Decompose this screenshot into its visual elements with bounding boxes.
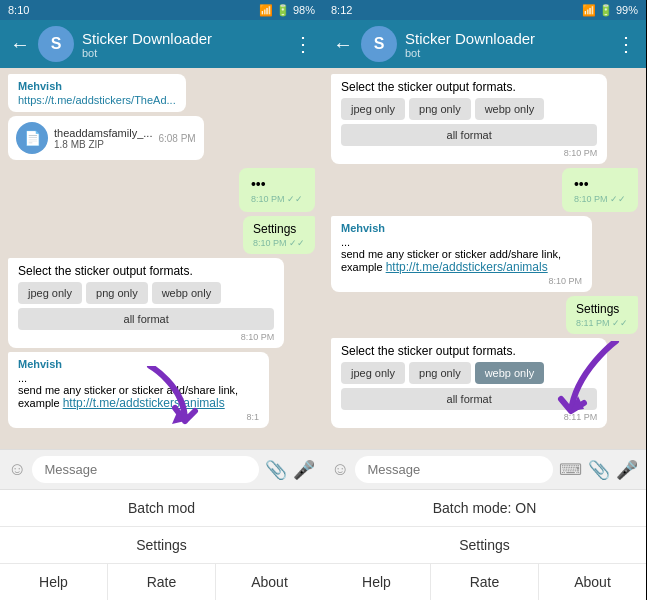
settings-btn-left[interactable]: Settings xyxy=(0,527,323,564)
bubble-dots-right: ••• 8:10 PM ✓✓ xyxy=(562,168,638,212)
keyboard-icon-right[interactable]: ⌨ xyxy=(559,460,582,479)
msg-row-formats: Select the sticker output formats. jpeg … xyxy=(8,258,315,348)
mehvish-msg: send me any sticker or sticker add/share… xyxy=(18,384,259,410)
png-only-btn-bottom[interactable]: png only xyxy=(409,362,471,384)
header-info-right: Sticker Downloader bot xyxy=(405,30,608,59)
dots-text-right: ... xyxy=(341,236,582,248)
header-menu-right[interactable]: ⋮ xyxy=(616,32,636,56)
bubble-mehvish-right: Mehvish ... send me any sticker or stick… xyxy=(331,216,592,292)
format-buttons-group-top: jpeg only png only webp only all format xyxy=(341,98,597,146)
webp-only-btn[interactable]: webp only xyxy=(152,282,222,304)
msg-row: Mehvish https://t.me/addstickers/TheAd..… xyxy=(8,74,315,112)
help-btn-left[interactable]: Help xyxy=(0,564,108,600)
msg-row-formats-top: Select the sticker output formats. jpeg … xyxy=(331,74,638,164)
header-menu-left[interactable]: ⋮ xyxy=(293,32,313,56)
rate-btn-left[interactable]: Rate xyxy=(108,564,216,600)
status-icons-right: 📶 🔋 99% xyxy=(582,4,638,17)
bottom-menu-right: Batch mode: ON Settings Help Rate About xyxy=(323,489,646,600)
mehvish-time: 8:1 xyxy=(18,412,259,422)
input-bar-left: ☺ 📎 🎤 xyxy=(0,449,323,489)
input-bar-right: ☺ ⌨ 📎 🎤 xyxy=(323,449,646,489)
settings-text-right: Settings xyxy=(576,302,619,316)
sender-mehvish2: Mehvish xyxy=(18,358,259,370)
bubble-settings: Settings 8:10 PM ✓✓ xyxy=(243,216,315,254)
attach-icon-left[interactable]: 📎 xyxy=(265,459,287,481)
mic-icon-left[interactable]: 🎤 xyxy=(293,459,315,481)
bubble-time-dots-right: 8:10 PM ✓✓ xyxy=(574,194,626,204)
jpeg-only-btn-top[interactable]: jpeg only xyxy=(341,98,405,120)
mehvish-msg-right: send me any sticker or sticker add/share… xyxy=(341,248,582,274)
bubble-time-settings: 8:10 PM ✓✓ xyxy=(253,238,305,248)
back-button-left[interactable]: ← xyxy=(10,33,30,56)
sticker-icon-left[interactable]: ☺ xyxy=(8,459,26,480)
settings-text: Settings xyxy=(253,222,296,236)
msg-row-mehvish-right: Mehvish ... send me any sticker or stick… xyxy=(331,216,638,292)
bubble-link: Mehvish https://t.me/addstickers/TheAd..… xyxy=(8,74,186,112)
dots-text: ... xyxy=(18,372,259,384)
avatar-right: S xyxy=(361,26,397,62)
bubble-dots: ••• 8:10 PM ✓✓ xyxy=(239,168,315,212)
mic-icon-right[interactable]: 🎤 xyxy=(616,459,638,481)
settings-btn-right[interactable]: Settings xyxy=(323,527,646,564)
status-icons-left: 📶 🔋 98% xyxy=(259,4,315,17)
header-title-right: Sticker Downloader xyxy=(405,30,608,47)
select-format-text: Select the sticker output formats. xyxy=(18,264,274,278)
msg-text: https://t.me/addstickers/TheAd... xyxy=(18,94,176,106)
file-attachment: 📄 theaddamsfamily_... 1.8 MB ZIP 6:08 PM xyxy=(8,116,204,160)
about-btn-left[interactable]: About xyxy=(216,564,323,600)
status-bar-right: 8:12 📶 🔋 99% xyxy=(323,0,646,20)
all-format-btn-bottom[interactable]: all format xyxy=(341,388,597,410)
header-info-left: Sticker Downloader bot xyxy=(82,30,285,59)
bottom-row-right: Help Rate About xyxy=(323,564,646,600)
message-input-right[interactable] xyxy=(355,456,553,483)
all-format-btn[interactable]: all format xyxy=(18,308,274,330)
avatar-left: S xyxy=(38,26,74,62)
help-btn-right[interactable]: Help xyxy=(323,564,431,600)
back-button-right[interactable]: ← xyxy=(333,33,353,56)
about-btn-right[interactable]: About xyxy=(539,564,646,600)
msg-row-dots: ••• 8:10 PM ✓✓ xyxy=(8,168,315,212)
msg-row-dots-right: ••• 8:10 PM ✓✓ xyxy=(331,168,638,212)
right-phone-panel: 8:12 📶 🔋 99% ← S Sticker Downloader bot … xyxy=(323,0,646,600)
status-time-left: 8:10 xyxy=(8,4,29,16)
dots-right: ••• xyxy=(574,176,589,192)
message-input-left[interactable] xyxy=(32,456,259,483)
webp-only-btn-bottom[interactable]: webp only xyxy=(475,362,545,384)
header-subtitle-left: bot xyxy=(82,47,285,59)
format-buttons-group: jpeg only png only webp only all format xyxy=(18,282,274,330)
msg-row-formats-bottom: Select the sticker output formats. jpeg … xyxy=(331,338,638,428)
select-format-text-bottom: Select the sticker output formats. xyxy=(341,344,597,358)
bubble-time-settings-right: 8:11 PM ✓✓ xyxy=(576,318,628,328)
chat-area-left[interactable]: Mehvish https://t.me/addstickers/TheAd..… xyxy=(0,68,323,449)
bubble-formats-top: Select the sticker output formats. jpeg … xyxy=(331,74,607,164)
jpeg-only-btn-bottom[interactable]: jpeg only xyxy=(341,362,405,384)
bubble-time-formats: 8:10 PM xyxy=(18,332,274,342)
chat-area-right[interactable]: Select the sticker output formats. jpeg … xyxy=(323,68,646,449)
bubble-time-formats-top: 8:10 PM xyxy=(341,148,597,158)
mehvish-time-right: 8:10 PM xyxy=(341,276,582,286)
rate-btn-right[interactable]: Rate xyxy=(431,564,539,600)
bubble-time-formats-bottom: 8:11 PM xyxy=(341,412,597,422)
attach-icon-right[interactable]: 📎 xyxy=(588,459,610,481)
bubble-settings-right: Settings 8:11 PM ✓✓ xyxy=(566,296,638,334)
bubble-formats-bottom: Select the sticker output formats. jpeg … xyxy=(331,338,607,428)
batch-mode-btn-left[interactable]: Batch mod xyxy=(0,490,323,527)
png-only-btn[interactable]: png only xyxy=(86,282,148,304)
chat-header-right: ← S Sticker Downloader bot ⋮ xyxy=(323,20,646,68)
all-format-btn-top[interactable]: all format xyxy=(341,124,597,146)
status-time-right: 8:12 xyxy=(331,4,352,16)
batch-mode-btn-right[interactable]: Batch mode: ON xyxy=(323,490,646,527)
webp-only-btn-top[interactable]: webp only xyxy=(475,98,545,120)
bubble-formats: Select the sticker output formats. jpeg … xyxy=(8,258,284,348)
select-format-text-top: Select the sticker output formats. xyxy=(341,80,597,94)
file-size: 1.8 MB ZIP xyxy=(54,139,152,150)
header-subtitle-right: bot xyxy=(405,47,608,59)
png-only-btn-top[interactable]: png only xyxy=(409,98,471,120)
msg-row-settings: Settings 8:10 PM ✓✓ xyxy=(8,216,315,254)
file-name: theaddamsfamily_... xyxy=(54,127,152,139)
jpeg-only-btn[interactable]: jpeg only xyxy=(18,282,82,304)
sticker-icon-right[interactable]: ☺ xyxy=(331,459,349,480)
status-bar-left: 8:10 📶 🔋 98% xyxy=(0,0,323,20)
file-time: 6:08 PM xyxy=(158,133,195,144)
file-icon: 📄 xyxy=(16,122,48,154)
